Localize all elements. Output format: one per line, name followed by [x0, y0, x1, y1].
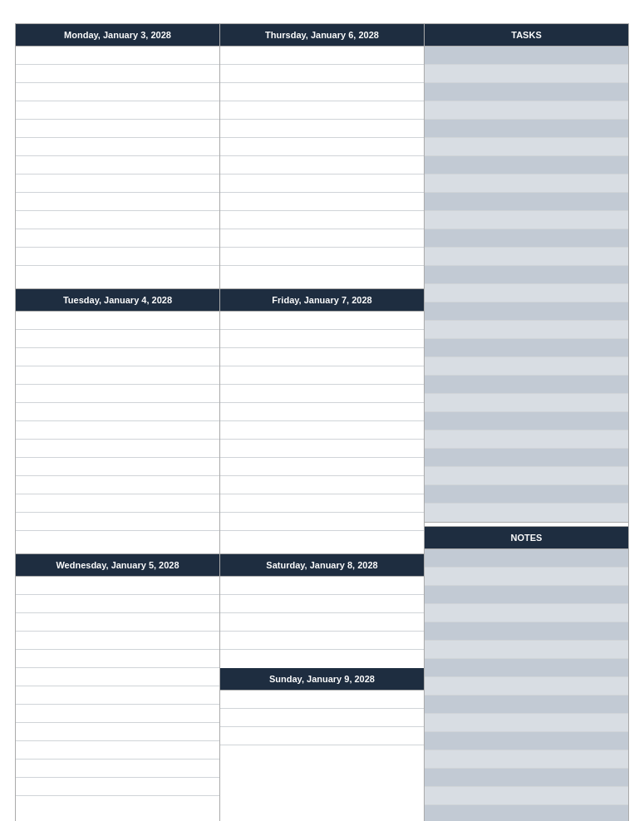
row-item[interactable]: [220, 366, 424, 385]
row-item[interactable]: [16, 65, 219, 83]
row-item[interactable]: [16, 421, 219, 440]
row-item[interactable]: [220, 175, 424, 193]
row-item[interactable]: [425, 229, 628, 248]
row-item[interactable]: [425, 659, 628, 677]
row-item[interactable]: [425, 193, 628, 211]
row-item[interactable]: [16, 229, 219, 248]
row-item[interactable]: [16, 650, 219, 668]
row-item[interactable]: [425, 677, 628, 696]
row-item[interactable]: [425, 357, 628, 376]
row-item[interactable]: [220, 193, 424, 211]
row-item[interactable]: [425, 805, 628, 821]
row-item[interactable]: [16, 531, 219, 549]
row-item[interactable]: [16, 613, 219, 632]
row-item[interactable]: [425, 586, 628, 604]
row-item[interactable]: [16, 632, 219, 650]
row-item[interactable]: [425, 732, 628, 750]
row-item[interactable]: [425, 376, 628, 394]
row-item[interactable]: [16, 403, 219, 421]
row-item[interactable]: [425, 604, 628, 622]
row-item[interactable]: [16, 595, 219, 613]
row-item[interactable]: [16, 760, 219, 778]
row-item[interactable]: [220, 385, 424, 403]
row-item[interactable]: [16, 138, 219, 156]
row-item[interactable]: [16, 796, 219, 814]
row-item[interactable]: [220, 421, 424, 440]
row-item[interactable]: [220, 120, 424, 138]
row-item[interactable]: [220, 266, 424, 284]
row-item[interactable]: [16, 778, 219, 796]
row-item[interactable]: [220, 709, 424, 727]
row-item[interactable]: [425, 47, 628, 65]
row-item[interactable]: [425, 504, 628, 522]
row-item[interactable]: [425, 485, 628, 504]
row-item[interactable]: [425, 412, 628, 430]
row-item[interactable]: [220, 312, 424, 330]
row-item[interactable]: [425, 714, 628, 732]
row-item[interactable]: [425, 266, 628, 284]
row-item[interactable]: [16, 513, 219, 531]
row-item[interactable]: [425, 696, 628, 714]
row-item[interactable]: [425, 248, 628, 266]
row-item[interactable]: [425, 467, 628, 485]
row-item[interactable]: [16, 156, 219, 175]
row-item[interactable]: [425, 284, 628, 302]
row-item[interactable]: [16, 577, 219, 595]
row-item[interactable]: [16, 193, 219, 211]
row-item[interactable]: [425, 750, 628, 769]
row-item[interactable]: [16, 47, 219, 65]
row-item[interactable]: [16, 120, 219, 138]
row-item[interactable]: [425, 302, 628, 321]
row-item[interactable]: [425, 430, 628, 449]
row-item[interactable]: [220, 476, 424, 494]
row-item[interactable]: [220, 330, 424, 348]
row-item[interactable]: [220, 248, 424, 266]
row-item[interactable]: [220, 101, 424, 120]
row-item[interactable]: [220, 458, 424, 476]
row-item[interactable]: [425, 321, 628, 339]
row-item[interactable]: [220, 440, 424, 458]
row-item[interactable]: [220, 531, 424, 549]
row-item[interactable]: [16, 101, 219, 120]
row-item[interactable]: [16, 458, 219, 476]
row-item[interactable]: [16, 668, 219, 686]
row-item[interactable]: [425, 568, 628, 586]
row-item[interactable]: [220, 650, 424, 668]
row-item[interactable]: [425, 101, 628, 120]
row-item[interactable]: [425, 787, 628, 805]
row-item[interactable]: [220, 691, 424, 709]
row-item[interactable]: [16, 83, 219, 101]
row-item[interactable]: [220, 513, 424, 531]
row-item[interactable]: [16, 366, 219, 385]
row-item[interactable]: [425, 175, 628, 193]
row-item[interactable]: [220, 613, 424, 632]
row-item[interactable]: [16, 248, 219, 266]
row-item[interactable]: [425, 211, 628, 229]
row-item[interactable]: [220, 577, 424, 595]
row-item[interactable]: [16, 330, 219, 348]
row-item[interactable]: [16, 348, 219, 366]
row-item[interactable]: [16, 705, 219, 723]
row-item[interactable]: [16, 312, 219, 330]
row-item[interactable]: [220, 138, 424, 156]
row-item[interactable]: [425, 622, 628, 641]
row-item[interactable]: [425, 138, 628, 156]
row-item[interactable]: [220, 211, 424, 229]
row-item[interactable]: [220, 595, 424, 613]
row-item[interactable]: [220, 65, 424, 83]
row-item[interactable]: [220, 745, 424, 764]
row-item[interactable]: [16, 494, 219, 513]
row-item[interactable]: [425, 549, 628, 568]
row-item[interactable]: [425, 339, 628, 357]
row-item[interactable]: [425, 65, 628, 83]
row-item[interactable]: [425, 641, 628, 659]
row-item[interactable]: [16, 686, 219, 705]
row-item[interactable]: [220, 47, 424, 65]
row-item[interactable]: [16, 723, 219, 741]
row-item[interactable]: [16, 385, 219, 403]
row-item[interactable]: [16, 175, 219, 193]
row-item[interactable]: [425, 120, 628, 138]
row-item[interactable]: [16, 266, 219, 284]
row-item[interactable]: [220, 83, 424, 101]
row-item[interactable]: [220, 348, 424, 366]
